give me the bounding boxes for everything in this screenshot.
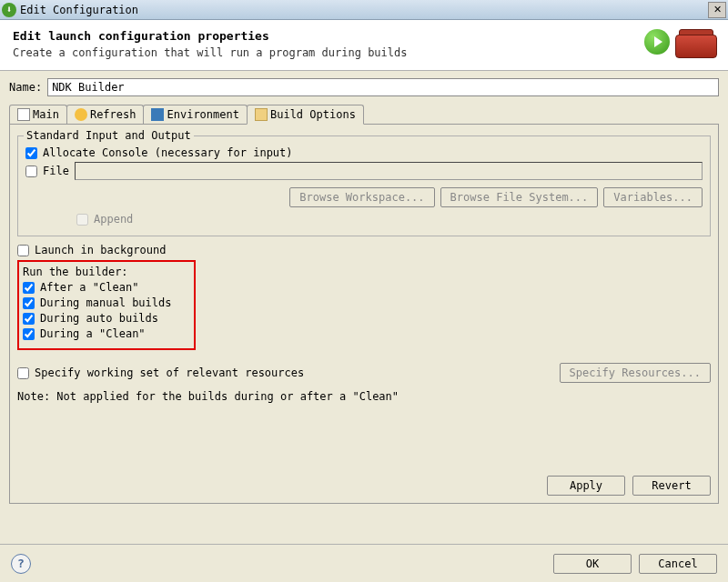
ok-button[interactable]: OK <box>553 554 632 574</box>
dialog-header: Edit launch configuration properties Cre… <box>0 20 728 71</box>
after-clean-label: After a "Clean" <box>40 281 138 294</box>
main-tab-icon <box>17 108 30 121</box>
during-clean-label: During a "Clean" <box>40 327 146 340</box>
header-subtitle: Create a configuration that will run a p… <box>13 46 407 59</box>
specify-resources-button[interactable]: Specify Resources... <box>560 363 712 383</box>
note-text: Note: Not applied for the builds during … <box>17 390 711 403</box>
allocate-console-checkbox[interactable] <box>25 147 37 159</box>
file-checkbox[interactable] <box>25 166 37 177</box>
apply-button[interactable]: Apply <box>547 476 625 496</box>
specify-working-set-label: Specify working set of relevant resource… <box>35 366 304 379</box>
tab-main[interactable]: Main <box>9 105 67 124</box>
name-input[interactable] <box>47 78 719 96</box>
tab-build-options[interactable]: Build Options <box>247 105 364 125</box>
name-label: Name: <box>9 81 42 94</box>
run-builder-legend: Run the builder: <box>23 266 187 278</box>
stdio-legend: Standard Input and Output <box>24 129 194 142</box>
window-title: Edit Configuration <box>20 4 708 16</box>
browse-workspace-button[interactable]: Browse Workspace... <box>289 187 434 207</box>
variables-button[interactable]: Variables... <box>603 187 703 207</box>
close-button[interactable]: ✕ <box>708 2 726 18</box>
allocate-console-label: Allocate Console (necessary for input) <box>43 146 293 159</box>
refresh-tab-icon <box>75 108 87 121</box>
during-clean-checkbox[interactable] <box>23 328 35 340</box>
tab-bar: Main Refresh Environment Build Options <box>9 105 719 125</box>
help-icon[interactable]: ? <box>11 554 31 574</box>
file-label: File <box>43 165 69 177</box>
during-auto-label: During auto builds <box>40 312 158 325</box>
launch-background-checkbox[interactable] <box>17 245 29 256</box>
title-bar: ⬇ Edit Configuration ✕ <box>0 0 728 20</box>
file-path-input <box>75 162 703 180</box>
after-clean-checkbox[interactable] <box>23 282 35 294</box>
main-content: Name: Main Refresh Environment Build Opt… <box>0 71 728 511</box>
specify-working-set-checkbox[interactable] <box>17 367 29 379</box>
revert-button[interactable]: Revert <box>632 476 711 496</box>
during-manual-label: During manual builds <box>40 296 172 309</box>
run-builder-highlight: Run the builder: After a "Clean" During … <box>17 260 196 350</box>
tab-environment[interactable]: Environment <box>143 105 247 124</box>
stdio-group: Standard Input and Output Allocate Conso… <box>17 135 711 236</box>
append-checkbox <box>76 214 88 226</box>
cancel-button[interactable]: Cancel <box>639 554 717 574</box>
environment-tab-icon <box>151 108 164 121</box>
browse-filesystem-button[interactable]: Browse File System... <box>440 187 599 207</box>
during-manual-checkbox[interactable] <box>23 297 35 309</box>
app-icon: ⬇ <box>2 3 16 17</box>
during-auto-checkbox[interactable] <box>23 313 35 325</box>
run-icon <box>644 29 670 55</box>
append-label: Append <box>94 213 133 226</box>
toolbox-icon <box>675 25 717 58</box>
dialog-footer: ? OK Cancel <box>0 544 728 582</box>
header-title: Edit launch configuration properties <box>13 29 407 43</box>
build-options-tab-icon <box>255 108 268 121</box>
launch-background-label: Launch in background <box>35 244 167 256</box>
tab-refresh[interactable]: Refresh <box>66 105 145 124</box>
build-options-panel: Standard Input and Output Allocate Conso… <box>9 124 719 504</box>
